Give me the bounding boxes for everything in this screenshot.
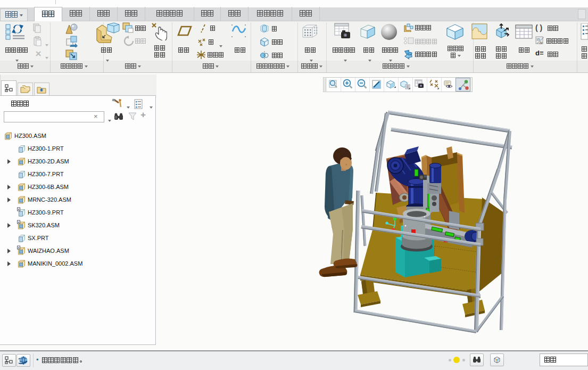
svg-text:fx: fx bbox=[540, 41, 543, 45]
